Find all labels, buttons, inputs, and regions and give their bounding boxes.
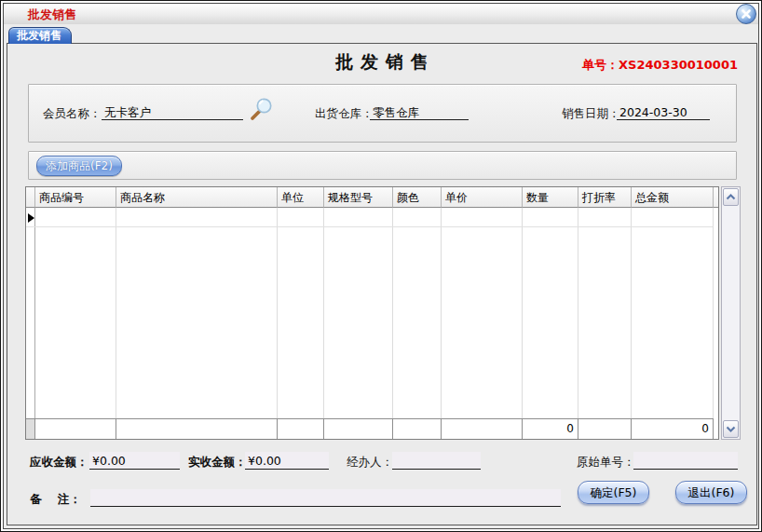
grid-header-color: 颜色 [393,187,442,208]
summary-cell [442,418,523,439]
product-grid[interactable]: 商品编号 商品名称 单位 规格型号 颜色 单价 数量 打折率 总金额 [25,186,719,440]
grid-selector-column [26,208,35,418]
grid-vertical-scrollbar[interactable] [721,186,741,440]
window-title: 批发销售 [28,7,76,23]
grid-column-line [442,208,523,418]
member-name-field[interactable]: 无卡客户 [102,103,243,120]
grid-header-product-name: 商品名称 [116,187,278,208]
receivable-amount-label: 应收金额： [30,455,88,471]
receivable-amount-value: ¥0.00 [92,454,126,468]
grid-column-line [116,208,278,418]
remark-label: 备 注： [30,492,81,508]
chevron-up-icon [726,194,736,200]
warehouse-label: 出货仓库： [315,106,374,122]
member-name-label: 会员名称： [43,106,102,122]
received-amount-field[interactable]: ¥0.00 [245,452,329,470]
scroll-down-button[interactable] [723,420,739,438]
grid-header-product-code: 商品编号 [35,187,116,208]
grid-column-line [324,208,393,418]
tab-label: 批发销售 [17,29,61,42]
chevron-down-icon [726,426,736,432]
order-number-value: XS240330010001 [619,58,738,72]
tab-wholesale-sales[interactable]: 批发销售 [8,27,72,44]
close-icon [741,8,752,20]
grid-column-line [35,208,116,418]
summary-quantity-total: 0 [523,418,578,439]
header-fields-box: 会员名称： 无卡客户 出货仓库： 零售仓库 销售日期： 2024-03-30 [28,84,737,143]
summary-cell [324,418,393,439]
member-name-value: 无卡客户 [104,105,151,119]
grid-header-row: 商品编号 商品名称 单位 规格型号 颜色 单价 数量 打折率 总金额 [26,187,718,208]
order-number-label: 单号： [582,58,619,72]
summary-cell [578,418,632,439]
window-titlebar[interactable]: 批发销售 [4,4,758,24]
grid-column-line [523,208,578,418]
receivable-amount-field[interactable]: ¥0.00 [89,452,180,470]
current-row-divider [26,226,714,227]
warehouse-field[interactable]: 零售仓库 [370,103,469,120]
tab-page-panel: 批发销售 单号：XS240330010001 会员名称： 无卡客户 出货仓库： … [7,43,757,525]
sale-date-field[interactable]: 2024-03-30 [617,103,710,120]
operator-field[interactable] [392,452,481,470]
wholesale-sales-window: 批发销售 批发销售 批发销售 单号：XS240330010001 会员名称： 无… [0,0,762,532]
received-amount-label: 实收金额： [188,455,247,471]
sale-date-value: 2024-03-30 [619,105,687,119]
grid-column-line [393,208,442,418]
sale-date-label: 销售日期： [562,106,620,122]
grid-column-line [632,208,714,418]
summary-cell [35,418,116,439]
summary-cell [393,418,442,439]
toolbar-box: 添加商品(F2) [28,151,737,180]
add-product-button[interactable]: 添加商品(F2) [36,156,122,176]
grid-column-line [578,208,632,418]
original-order-label: 原始单号： [577,455,635,471]
summary-amount-total: 0 [632,418,714,439]
grid-header-unit: 单位 [278,187,324,208]
grid-header-discount-rate: 打折率 [578,187,632,208]
confirm-button[interactable]: 确定(F5) [578,481,649,504]
original-order-field[interactable] [633,452,738,470]
summary-cell [278,418,324,439]
scroll-up-button[interactable] [723,188,739,206]
warehouse-value: 零售仓库 [373,105,419,119]
grid-header-spec-model: 规格型号 [324,187,393,208]
close-button[interactable] [736,4,756,24]
row-indicator-icon [28,213,34,223]
remark-field[interactable] [90,489,561,507]
member-search-icon[interactable] [249,97,274,122]
grid-header-quantity: 数量 [523,187,578,208]
grid-header-selector [26,187,35,208]
summary-selector-cell [26,418,35,439]
grid-header-unit-price: 单价 [442,187,523,208]
grid-column-line [278,208,324,418]
grid-body[interactable] [26,208,718,418]
grid-header-total-amount: 总金额 [632,187,714,208]
exit-button[interactable]: 退出(F6) [675,481,747,504]
grid-header-filler [714,187,718,208]
operator-label: 经办人： [347,455,393,471]
summary-cell [116,418,278,439]
received-amount-value: ¥0.00 [248,454,281,468]
order-number: 单号：XS240330010001 [582,57,738,74]
grid-summary-row: 0 0 [26,418,714,439]
